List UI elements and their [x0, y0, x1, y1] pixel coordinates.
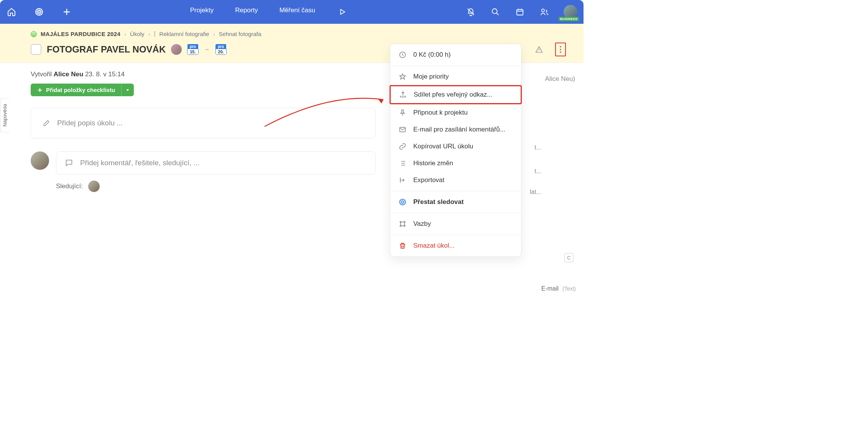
calendar-icon[interactable] [515, 7, 525, 17]
chevron-right-icon: › [148, 31, 150, 37]
task-title[interactable]: FOTOGRAF PAVEL NOVÁK [47, 44, 166, 55]
menu-separator [390, 66, 521, 66]
menu-label: Přestat sledovat [413, 198, 464, 206]
menu-time-cost[interactable]: 0 Kč (0:00 h) [390, 46, 521, 63]
business-badge: BUSINESS [559, 17, 579, 21]
date-value: 20. [215, 49, 227, 55]
eye-icon [399, 198, 407, 206]
c-badge: C [564, 253, 574, 262]
user-avatar[interactable]: BUSINESS [564, 5, 577, 19]
task-content: Vytvořil Alice Neu 23. 8. v 15:14 Přidat… [0, 63, 387, 192]
svg-point-13 [404, 225, 405, 226]
breadcrumb-more-icon[interactable] [154, 31, 156, 36]
star-icon [399, 73, 407, 81]
play-nav-icon[interactable] [337, 7, 347, 17]
menu-stop-watching[interactable]: Přestat sledovat [390, 194, 521, 210]
list-icon [399, 159, 407, 167]
svg-rect-3 [517, 10, 523, 15]
svg-point-9 [401, 201, 404, 204]
menu-label: Exportovat [413, 176, 444, 184]
menu-separator [390, 213, 521, 213]
nav-projects[interactable]: Projekty [190, 7, 214, 17]
menu-label: Moje priority [413, 73, 449, 81]
menu-history[interactable]: Historie změn [390, 155, 521, 172]
svg-point-2 [492, 9, 497, 14]
warning-icon[interactable] [534, 44, 544, 55]
checklist-dropdown-button[interactable] [121, 84, 134, 96]
menu-my-priorities[interactable]: Moje priority [390, 68, 521, 85]
nav-time-tracking[interactable]: Měření času [279, 7, 316, 17]
meta-author: Alice Neu [54, 71, 83, 78]
chevron-right-icon: › [213, 31, 215, 37]
comment-avatar [31, 151, 49, 170]
trash-icon [399, 242, 407, 250]
topbar-nav: Projekty Reporty Měření času [190, 7, 348, 17]
pin-icon [399, 109, 407, 117]
menu-links[interactable]: Vazby [390, 215, 521, 232]
email-field-hint: (Text) [562, 286, 576, 292]
home-icon[interactable] [6, 7, 17, 17]
comment-input[interactable]: Přidej komentář, řešitele, sledující, ..… [56, 151, 376, 174]
assignee-avatar[interactable] [171, 44, 182, 55]
meta-prefix: Vytvořil [31, 71, 52, 78]
share-icon [399, 91, 408, 99]
more-menu-button[interactable] [555, 43, 566, 56]
menu-label: E-mail pro zasílání komentářů... [413, 126, 505, 133]
menu-email-comments[interactable]: E-mail pro zasílání komentářů... [390, 121, 521, 138]
breadcrumb-tasks[interactable]: Úkoly [130, 31, 145, 37]
truncated-text: t... [534, 168, 541, 175]
clock-icon [399, 51, 407, 59]
menu-delete-task[interactable]: Smazat úkol... [390, 237, 521, 254]
svg-point-10 [400, 221, 401, 222]
menu-label: Kopírovat URL úkolu [413, 143, 473, 150]
date-label: pro [215, 44, 226, 49]
plus-icon[interactable] [61, 7, 72, 17]
svg-point-12 [400, 225, 401, 226]
menu-label: Vazby [413, 220, 431, 228]
add-checklist-button[interactable]: Přidat položky checklistu [31, 84, 121, 96]
date-from-pill[interactable]: pro 15. [187, 44, 198, 55]
task-checkbox[interactable] [31, 44, 41, 55]
menu-label: 0 Kč (0:00 h) [413, 51, 450, 59]
menu-separator [390, 235, 521, 235]
nav-reports[interactable]: Reporty [235, 7, 258, 17]
menu-highlight: Sdílet přes veřejný odkaz... [390, 85, 522, 104]
arrow-right-icon: → [204, 46, 210, 53]
breadcrumb: MAJÁLES PARDUBICE 2024 › Úkoly › Reklamn… [31, 31, 572, 37]
menu-label: Smazat úkol... [413, 242, 455, 250]
created-meta: Vytvořil Alice Neu 23. 8. v 15:14 [31, 71, 376, 78]
breadcrumb-project[interactable]: MAJÁLES PARDUBICE 2024 [41, 31, 120, 37]
menu-copy-url[interactable]: Kopírovat URL úkolu [390, 138, 521, 155]
comment-placeholder: Přidej komentář, řešitele, sledující, ..… [80, 159, 200, 167]
svg-point-1 [38, 11, 40, 13]
date-value: 15. [187, 49, 198, 55]
links-icon [399, 220, 407, 228]
topbar-right: BUSINESS [465, 5, 577, 19]
email-field[interactable]: E-mail (Text) [541, 285, 576, 292]
export-icon [399, 176, 407, 184]
menu-share-public[interactable]: Sdílet přes veřejný odkaz... [391, 86, 521, 103]
date-to-pill[interactable]: pro 20. [215, 44, 227, 55]
wheel-icon[interactable] [34, 7, 44, 17]
followers-label: Sledující: [56, 182, 83, 190]
breadcrumb-item[interactable]: Sehnat fotografa [219, 31, 261, 37]
menu-export[interactable]: Exportovat [390, 172, 521, 189]
breadcrumb-item[interactable]: Reklamní fotografie [159, 31, 209, 37]
svg-point-11 [404, 221, 405, 222]
menu-pin-project[interactable]: Připnout k projektu [390, 104, 521, 121]
people-icon[interactable] [539, 7, 550, 17]
pencil-icon [43, 119, 50, 127]
help-tab[interactable]: Nápověda [0, 98, 9, 132]
checklist-button-label: Přidat položky checklistu [46, 87, 115, 93]
follower-avatar[interactable] [88, 181, 100, 192]
menu-label: Historie změn [413, 159, 453, 167]
chevron-right-icon: › [124, 31, 126, 37]
svg-point-8 [400, 199, 406, 205]
comment-icon [65, 159, 73, 167]
description-card[interactable]: Přidej popis úkolu ... [31, 108, 376, 138]
menu-separator [390, 191, 521, 191]
bell-off-icon[interactable] [465, 7, 476, 17]
comment-block: Přidej komentář, řešitele, sledující, ..… [31, 151, 376, 174]
checklist-button-group: Přidat položky checklistu [31, 84, 134, 96]
search-icon[interactable] [490, 7, 501, 17]
